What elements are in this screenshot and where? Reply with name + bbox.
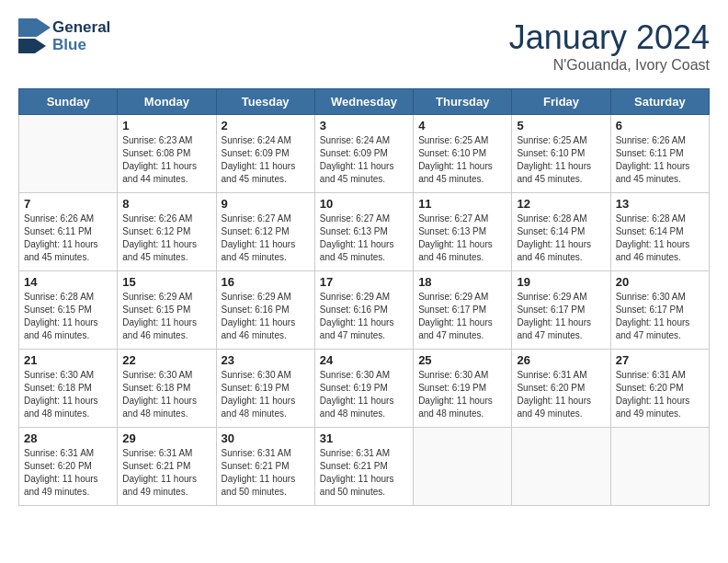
week-row-2: 7Sunrise: 6:26 AM Sunset: 6:11 PM Daylig… (19, 193, 710, 271)
day-cell-3: 3Sunrise: 6:24 AM Sunset: 6:09 PM Daylig… (314, 115, 413, 193)
weekday-header-saturday: Saturday (610, 89, 709, 115)
day-info: Sunrise: 6:31 AM Sunset: 6:20 PM Dayligh… (517, 369, 605, 420)
day-cell-24: 24Sunrise: 6:30 AM Sunset: 6:19 PM Dayli… (314, 350, 413, 428)
day-number: 24 (320, 353, 408, 367)
day-cell-12: 12Sunrise: 6:28 AM Sunset: 6:14 PM Dayli… (512, 193, 610, 271)
weekday-header-sunday: Sunday (19, 89, 118, 115)
day-number: 10 (320, 197, 408, 211)
day-cell-18: 18Sunrise: 6:29 AM Sunset: 6:17 PM Dayli… (414, 271, 512, 350)
day-cell-4: 4Sunrise: 6:25 AM Sunset: 6:10 PM Daylig… (414, 115, 512, 193)
day-number: 27 (616, 353, 704, 367)
day-cell-31: 31Sunrise: 6:31 AM Sunset: 6:21 PM Dayli… (314, 428, 413, 506)
day-number: 22 (122, 353, 210, 367)
weekday-header-friday: Friday (512, 89, 610, 115)
week-row-5: 28Sunrise: 6:31 AM Sunset: 6:20 PM Dayli… (19, 428, 710, 506)
day-cell-28: 28Sunrise: 6:31 AM Sunset: 6:20 PM Dayli… (19, 428, 118, 506)
day-number: 19 (517, 275, 605, 289)
day-number: 28 (24, 431, 112, 445)
empty-cell (414, 428, 512, 506)
day-cell-8: 8Sunrise: 6:26 AM Sunset: 6:12 PM Daylig… (118, 193, 216, 271)
day-cell-25: 25Sunrise: 6:30 AM Sunset: 6:19 PM Dayli… (414, 350, 512, 428)
day-info: Sunrise: 6:25 AM Sunset: 6:10 PM Dayligh… (517, 134, 605, 186)
day-info: Sunrise: 6:30 AM Sunset: 6:17 PM Dayligh… (616, 291, 704, 342)
day-number: 25 (418, 353, 506, 367)
day-info: Sunrise: 6:23 AM Sunset: 6:08 PM Dayligh… (122, 134, 210, 186)
day-info: Sunrise: 6:26 AM Sunset: 6:11 PM Dayligh… (616, 134, 704, 186)
empty-cell (19, 115, 118, 193)
day-info: Sunrise: 6:28 AM Sunset: 6:14 PM Dayligh… (517, 213, 605, 264)
day-info: Sunrise: 6:31 AM Sunset: 6:21 PM Dayligh… (222, 447, 310, 499)
weekday-header-wednesday: Wednesday (314, 89, 413, 115)
day-info: Sunrise: 6:29 AM Sunset: 6:16 PM Dayligh… (320, 291, 408, 342)
page-header: GeneralBlue January 2024 N'Gouanda, Ivor… (18, 18, 710, 74)
calendar-table: SundayMondayTuesdayWednesdayThursdayFrid… (18, 88, 710, 506)
day-info: Sunrise: 6:26 AM Sunset: 6:11 PM Dayligh… (24, 213, 112, 264)
day-cell-29: 29Sunrise: 6:31 AM Sunset: 6:21 PM Dayli… (118, 428, 216, 506)
day-number: 13 (616, 197, 704, 211)
day-number: 7 (24, 197, 112, 211)
day-cell-10: 10Sunrise: 6:27 AM Sunset: 6:13 PM Dayli… (314, 193, 413, 271)
day-cell-15: 15Sunrise: 6:29 AM Sunset: 6:15 PM Dayli… (118, 271, 216, 350)
weekday-header-tuesday: Tuesday (216, 89, 314, 115)
day-info: Sunrise: 6:30 AM Sunset: 6:19 PM Dayligh… (418, 369, 506, 420)
day-info: Sunrise: 6:30 AM Sunset: 6:18 PM Dayligh… (24, 369, 112, 420)
day-cell-22: 22Sunrise: 6:30 AM Sunset: 6:18 PM Dayli… (118, 350, 216, 428)
logo-blue: Blue (52, 37, 110, 54)
day-number: 2 (222, 119, 310, 132)
day-info: Sunrise: 6:29 AM Sunset: 6:15 PM Dayligh… (122, 291, 210, 342)
day-info: Sunrise: 6:31 AM Sunset: 6:21 PM Dayligh… (122, 447, 210, 499)
day-number: 1 (122, 119, 210, 132)
day-number: 16 (222, 275, 310, 289)
day-info: Sunrise: 6:24 AM Sunset: 6:09 PM Dayligh… (320, 134, 408, 186)
empty-cell (512, 428, 610, 506)
day-cell-7: 7Sunrise: 6:26 AM Sunset: 6:11 PM Daylig… (19, 193, 118, 271)
day-cell-16: 16Sunrise: 6:29 AM Sunset: 6:16 PM Dayli… (216, 271, 314, 350)
day-info: Sunrise: 6:27 AM Sunset: 6:13 PM Dayligh… (320, 213, 408, 264)
day-cell-27: 27Sunrise: 6:31 AM Sunset: 6:20 PM Dayli… (610, 350, 709, 428)
day-number: 8 (122, 197, 210, 211)
weekday-header-monday: Monday (118, 89, 216, 115)
empty-cell (610, 428, 709, 506)
day-cell-9: 9Sunrise: 6:27 AM Sunset: 6:12 PM Daylig… (216, 193, 314, 271)
location: N'Gouanda, Ivory Coast (509, 57, 710, 74)
svg-marker-1 (18, 39, 46, 53)
day-number: 31 (320, 431, 408, 445)
weekday-header-row: SundayMondayTuesdayWednesdayThursdayFrid… (19, 89, 710, 115)
day-cell-19: 19Sunrise: 6:29 AM Sunset: 6:17 PM Dayli… (512, 271, 610, 350)
day-number: 18 (418, 275, 506, 289)
month-title: January 2024 (509, 18, 710, 57)
day-cell-6: 6Sunrise: 6:26 AM Sunset: 6:11 PM Daylig… (610, 115, 709, 193)
day-number: 3 (320, 119, 408, 132)
day-cell-21: 21Sunrise: 6:30 AM Sunset: 6:18 PM Dayli… (19, 350, 118, 428)
svg-marker-0 (18, 18, 51, 37)
day-cell-2: 2Sunrise: 6:24 AM Sunset: 6:09 PM Daylig… (216, 115, 314, 193)
day-info: Sunrise: 6:30 AM Sunset: 6:19 PM Dayligh… (222, 369, 310, 420)
day-cell-14: 14Sunrise: 6:28 AM Sunset: 6:15 PM Dayli… (19, 271, 118, 350)
day-cell-5: 5Sunrise: 6:25 AM Sunset: 6:10 PM Daylig… (512, 115, 610, 193)
day-info: Sunrise: 6:31 AM Sunset: 6:20 PM Dayligh… (24, 447, 112, 499)
day-info: Sunrise: 6:25 AM Sunset: 6:10 PM Dayligh… (418, 134, 506, 186)
week-row-4: 21Sunrise: 6:30 AM Sunset: 6:18 PM Dayli… (19, 350, 710, 428)
day-info: Sunrise: 6:31 AM Sunset: 6:20 PM Dayligh… (616, 369, 704, 420)
week-row-3: 14Sunrise: 6:28 AM Sunset: 6:15 PM Dayli… (19, 271, 710, 350)
day-number: 23 (222, 353, 310, 367)
day-info: Sunrise: 6:30 AM Sunset: 6:18 PM Dayligh… (122, 369, 210, 420)
day-cell-17: 17Sunrise: 6:29 AM Sunset: 6:16 PM Dayli… (314, 271, 413, 350)
day-cell-23: 23Sunrise: 6:30 AM Sunset: 6:19 PM Dayli… (216, 350, 314, 428)
day-number: 11 (418, 197, 506, 211)
day-cell-11: 11Sunrise: 6:27 AM Sunset: 6:13 PM Dayli… (414, 193, 512, 271)
day-number: 30 (222, 431, 310, 445)
day-info: Sunrise: 6:27 AM Sunset: 6:12 PM Dayligh… (222, 213, 310, 264)
day-number: 6 (616, 119, 704, 132)
day-cell-13: 13Sunrise: 6:28 AM Sunset: 6:14 PM Dayli… (610, 193, 709, 271)
day-number: 12 (517, 197, 605, 211)
weekday-header-thursday: Thursday (414, 89, 512, 115)
logo-general: General (52, 19, 110, 37)
day-number: 21 (24, 353, 112, 367)
day-number: 17 (320, 275, 408, 289)
day-number: 29 (122, 431, 210, 445)
day-number: 4 (418, 119, 506, 132)
logo-icon (18, 18, 51, 55)
day-number: 9 (222, 197, 310, 211)
week-row-1: 1Sunrise: 6:23 AM Sunset: 6:08 PM Daylig… (19, 115, 710, 193)
